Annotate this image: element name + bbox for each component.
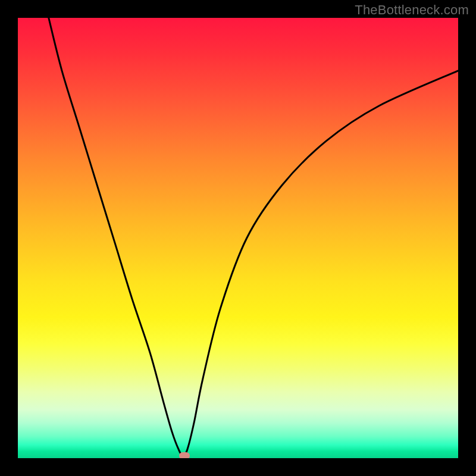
optimal-point-marker bbox=[179, 452, 190, 458]
watermark-text: TheBottleneck.com bbox=[355, 2, 469, 18]
bottleneck-curve-path bbox=[49, 18, 458, 456]
plot-area bbox=[18, 18, 458, 458]
curve-svg bbox=[18, 18, 458, 458]
chart-frame: TheBottleneck.com bbox=[0, 0, 476, 476]
